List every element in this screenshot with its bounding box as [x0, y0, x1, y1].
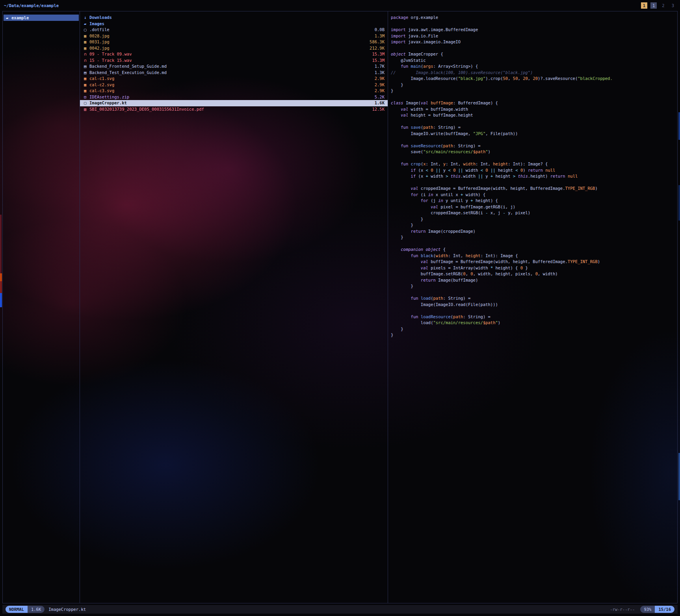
file-row[interactable]: ▦cal-c2.svg2.9K [80, 82, 388, 88]
code-line: for (i in x until x + width) { [391, 192, 677, 198]
code-line: fun save(path: String) = [391, 124, 677, 131]
tab-bar: 1123 [641, 2, 676, 9]
preview-pane[interactable]: package org.example import java.awt.imag… [388, 11, 677, 603]
audio-icon: ∩ [84, 51, 89, 58]
audio-icon: ∩ [84, 58, 89, 64]
image-icon: ▦ [84, 76, 89, 82]
code-line: import javax.imageio.ImageIO [391, 39, 677, 45]
file-size: 15.3M [369, 51, 385, 58]
file-icon: ▢ [84, 100, 89, 106]
zip-icon: ⊟ [84, 94, 89, 100]
file-name: cal-c2.svg [89, 82, 114, 88]
file-name: ImageCropper.kt [89, 100, 127, 106]
file-size: 12.5K [369, 106, 385, 113]
file-name: 0042.jpg [89, 45, 110, 52]
code-line: fun black(width: Int, height: Int): Imag… [391, 253, 677, 259]
code-line: return Image(buffImage) [391, 277, 677, 284]
tab-3[interactable]: 3 [670, 2, 676, 9]
file-row[interactable]: ▦cal-c3.svg2.9K [80, 88, 388, 94]
code-line: if (x < 0 || y < 0 || width < 0 || heigh… [391, 167, 677, 174]
code-line: // Image.black(100, 100).saveResource("b… [391, 70, 677, 76]
image-icon: ▦ [84, 88, 89, 94]
file-row[interactable]: ▢ImageCropper.kt1.6K [80, 100, 388, 106]
file-size: 2.9K [372, 76, 385, 82]
code-line [391, 45, 677, 52]
code-line: class Image(val buffImage: BufferedImage… [391, 100, 677, 106]
file-row[interactable]: ⊟IDEAsettings.zip5.2K [80, 94, 388, 100]
cursor-position-badge: 15/16 [655, 606, 674, 613]
wallpaper-accent [678, 112, 680, 140]
file-name: Backend_Frontend_Setup_Guide.md [89, 63, 167, 70]
file-size: 1.6K [372, 100, 385, 106]
code-line [391, 137, 677, 143]
image-icon: ▦ [84, 39, 89, 45]
status-filename: ImageCropper.kt [48, 607, 86, 612]
parent-pane: ▰example [3, 11, 80, 603]
image-icon: ▦ [84, 82, 89, 88]
file-row[interactable]: ∩15 - Track 15.wav15.3M [80, 58, 388, 64]
image-icon: ▦ [84, 45, 89, 52]
file-name: 15 - Track 15.wav [89, 58, 132, 64]
code-line [391, 119, 677, 125]
scroll-percent-badge: 93% [640, 606, 655, 613]
code-line: val pixels = IntArray(width * height) { … [391, 265, 677, 271]
code-lines: package org.example import java.awt.imag… [391, 15, 677, 338]
file-size: 1.3K [372, 70, 385, 76]
file-size: 1.3M [372, 33, 385, 39]
code-line: Image.loadResource("black.jpg").crop(50,… [391, 76, 677, 82]
file-name: 0031.jpg [89, 39, 110, 45]
code-line: fun crop(x: Int, y: Int, width: Int, hei… [391, 161, 677, 167]
file-row[interactable]: ▤Backend_Frontend_Setup_Guide.md1.7K [80, 63, 388, 70]
code-line: } [391, 88, 677, 94]
file-name: cal-c1.svg [89, 76, 114, 82]
code-line: croppedImage.setRGB(i - x, j - y, pixel) [391, 210, 677, 216]
code-line: import java.io.File [391, 33, 677, 39]
wallpaper-accent [678, 185, 680, 221]
code-line [391, 94, 677, 100]
file-row[interactable]: ↓Downloads [80, 15, 388, 21]
code-line: } [391, 326, 677, 332]
download-icon: ↓ [84, 15, 89, 21]
file-row[interactable]: ▢.dotfile0.0B [80, 27, 388, 33]
file-size: 212.9K [366, 45, 385, 52]
code-line: buffImage.setRGB(0, 0, width, height, pi… [391, 271, 677, 277]
file-row[interactable]: ▤Backend_Test_Execution_Guide.md1.3K [80, 70, 388, 76]
markdown-icon: ▤ [84, 70, 89, 76]
tab-1[interactable]: 1 [641, 2, 647, 9]
code-line: @JvmStatic [391, 58, 677, 64]
file-name: Downloads [89, 15, 112, 21]
file-row[interactable]: ▦cal-c1.svg2.9K [80, 76, 388, 82]
code-line [391, 180, 677, 186]
code-line: fun load(path: String) = [391, 295, 677, 302]
code-line: fun saveResource(path: String) = [391, 143, 677, 149]
file-size: 0.0B [372, 27, 385, 33]
code-line: } [391, 234, 677, 241]
tab-2[interactable]: 2 [660, 2, 666, 9]
file-size: 15.3M [369, 58, 385, 64]
wallpaper-accent [0, 215, 2, 274]
code-line: companion object { [391, 247, 677, 253]
file-row[interactable]: ∩09 - Track 09.wav15.3M [80, 51, 388, 58]
code-line [391, 308, 677, 314]
parent-dir-item[interactable]: ▰example [4, 15, 79, 21]
code-line: val buffImage = BufferedImage(width, hei… [391, 259, 677, 265]
file-size: 586.3K [366, 39, 385, 45]
file-row[interactable]: ▦0031.jpg586.3K [80, 39, 388, 45]
file-row[interactable]: ▥SBI_0032013739_2023_DE05_0003155631Invo… [80, 106, 388, 113]
code-line: val pixel = buffImage.getRGB(i, j) [391, 204, 677, 210]
code-line: load("src/main/resources/$path") [391, 320, 677, 326]
code-line [391, 289, 677, 296]
file-row[interactable]: ▦0042.jpg212.9K [80, 45, 388, 52]
file-list: ↓Downloads▰Images▢.dotfile0.0B▦0028.jpg1… [80, 11, 388, 603]
tab-1[interactable]: 1 [650, 2, 657, 9]
file-row[interactable]: ▰Images [80, 21, 388, 27]
code-line [391, 155, 677, 161]
code-line: } [391, 216, 677, 223]
status-bar: NORMAL 1.6K ImageCropper.kt -rw-r--r-- 9… [2, 605, 678, 614]
file-size-badge: 1.6K [28, 606, 45, 613]
code-line: return Image(croppedImage) [391, 228, 677, 235]
code-line [391, 21, 677, 27]
file-row[interactable]: ▦0028.jpg1.3M [80, 33, 388, 39]
pdf-icon: ▥ [84, 106, 89, 113]
file-name: .dotfile [89, 27, 110, 33]
